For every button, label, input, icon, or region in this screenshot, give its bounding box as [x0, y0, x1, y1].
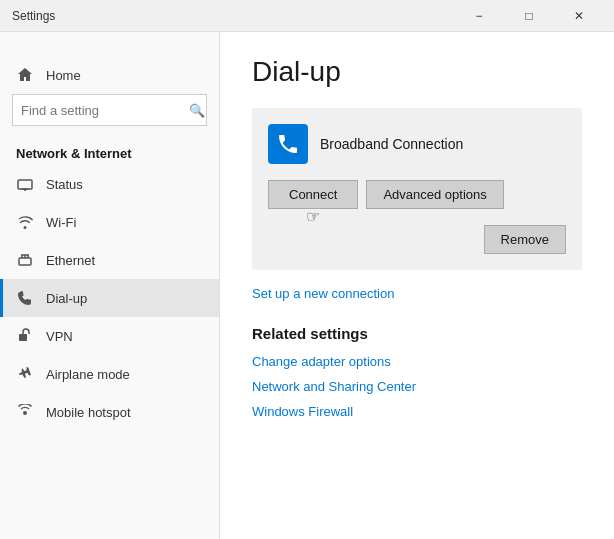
- hotspot-icon: [16, 403, 34, 421]
- advanced-options-button[interactable]: Advanced options: [366, 180, 503, 209]
- svg-rect-3: [19, 258, 31, 265]
- dialup-icon: [16, 289, 34, 307]
- svg-rect-0: [18, 180, 32, 189]
- sidebar-ethernet-label: Ethernet: [46, 253, 95, 268]
- close-button[interactable]: ✕: [556, 1, 602, 31]
- sidebar-item-dialup[interactable]: Dial-up: [0, 279, 219, 317]
- sidebar-dialup-label: Dial-up: [46, 291, 87, 306]
- window-controls: − □ ✕: [456, 1, 602, 31]
- sidebar-status-label: Status: [46, 177, 83, 192]
- status-icon: [16, 175, 34, 193]
- broadband-icon: [268, 124, 308, 164]
- firewall-link[interactable]: Windows Firewall: [252, 404, 582, 419]
- main-content: Dial-up Broadband Connection Connect Adv…: [220, 32, 614, 539]
- sidebar-item-vpn[interactable]: VPN: [0, 317, 219, 355]
- maximize-button[interactable]: □: [506, 1, 552, 31]
- search-icon: 🔍: [189, 103, 205, 118]
- svg-point-9: [22, 337, 24, 339]
- change-adapter-link[interactable]: Change adapter options: [252, 354, 582, 369]
- app-title: Settings: [12, 9, 456, 23]
- nav-section-title: Network & Internet: [0, 138, 219, 165]
- airplane-icon: [16, 365, 34, 383]
- remove-button[interactable]: Remove: [484, 225, 566, 254]
- sidebar-hotspot-label: Mobile hotspot: [46, 405, 131, 420]
- sidebar-vpn-label: VPN: [46, 329, 73, 344]
- search-box[interactable]: 🔍: [12, 94, 207, 126]
- related-settings-title: Related settings: [252, 325, 582, 342]
- vpn-icon: [16, 327, 34, 345]
- sidebar-item-home[interactable]: Home: [0, 56, 219, 94]
- connect-button[interactable]: Connect: [268, 180, 358, 209]
- connection-name: Broadband Connection: [320, 136, 463, 152]
- setup-connection-link[interactable]: Set up a new connection: [252, 286, 582, 301]
- sidebar-app-label: [0, 32, 219, 56]
- page-title: Dial-up: [252, 56, 582, 88]
- sidebar-wifi-label: Wi-Fi: [46, 215, 76, 230]
- sidebar-item-status[interactable]: Status: [0, 165, 219, 203]
- home-icon: [16, 66, 34, 84]
- search-input[interactable]: [21, 103, 189, 118]
- sidebar: Home 🔍 Network & Internet Status: [0, 32, 220, 539]
- ethernet-icon: [16, 251, 34, 269]
- sidebar-airplane-label: Airplane mode: [46, 367, 130, 382]
- connection-info: Broadband Connection: [268, 124, 566, 164]
- app-body: Home 🔍 Network & Internet Status: [0, 32, 614, 539]
- connection-card: Broadband Connection Connect Advanced op…: [252, 108, 582, 270]
- title-bar: Settings − □ ✕: [0, 0, 614, 32]
- sharing-center-link[interactable]: Network and Sharing Center: [252, 379, 582, 394]
- wifi-icon: [16, 213, 34, 231]
- sidebar-item-hotspot[interactable]: Mobile hotspot: [0, 393, 219, 431]
- sidebar-item-ethernet[interactable]: Ethernet: [0, 241, 219, 279]
- sidebar-home-label: Home: [46, 68, 81, 83]
- minimize-button[interactable]: −: [456, 1, 502, 31]
- sidebar-item-wifi[interactable]: Wi-Fi: [0, 203, 219, 241]
- sidebar-item-airplane[interactable]: Airplane mode: [0, 355, 219, 393]
